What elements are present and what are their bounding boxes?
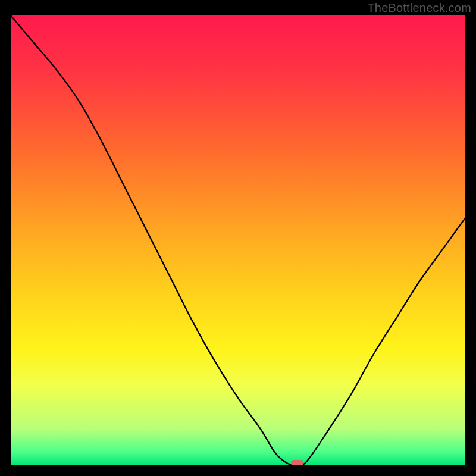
plot-area [11,15,465,465]
minimum-marker [291,460,303,465]
chart-frame: TheBottleneck.com [0,0,476,476]
plot-svg [11,15,465,465]
watermark-text: TheBottleneck.com [367,1,471,15]
